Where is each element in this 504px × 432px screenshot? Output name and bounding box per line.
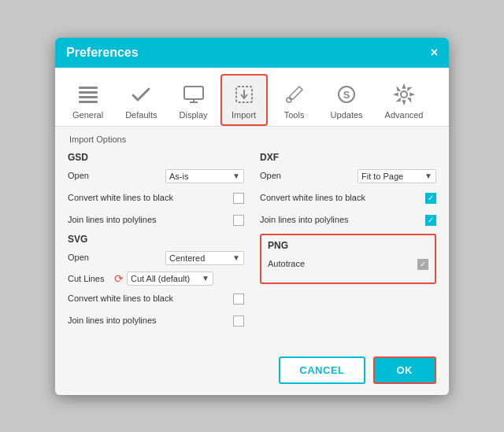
- preferences-dialog: Preferences × General Defaults: [55, 38, 449, 395]
- svg-open-row: Open Centered ▼: [68, 249, 244, 267]
- gsd-header: GSD: [68, 152, 244, 163]
- svg-join-checkbox[interactable]: [233, 316, 244, 327]
- svg-join-label: Join lines into polylines: [68, 315, 233, 326]
- dxf-join-label: Join lines into polylines: [260, 214, 425, 225]
- tab-tools[interactable]: Tools: [271, 74, 318, 126]
- gsd-join-label: Join lines into polylines: [68, 214, 233, 225]
- gsd-convert-checkbox[interactable]: [233, 193, 244, 204]
- png-autotrace-row: Autotrace: [268, 256, 428, 273]
- dxf-convert-checkbox[interactable]: [425, 193, 436, 204]
- svg-rect-0: [79, 87, 98, 89]
- svg-cut-lines-dropdown[interactable]: Cut All (default) ▼: [127, 271, 213, 286]
- dialog-title: Preferences: [66, 46, 139, 60]
- svg-section: SVG Open Centered ▼ Cut Lines ⟳: [68, 234, 244, 330]
- tab-tools-label: Tools: [284, 110, 305, 120]
- dxf-convert-row: Convert white lines to black: [260, 190, 436, 207]
- tab-defaults[interactable]: Defaults: [116, 74, 166, 126]
- png-header: PNG: [268, 240, 428, 251]
- gsd-open-label: Open: [68, 170, 165, 181]
- chevron-down-icon: ▼: [424, 172, 432, 180]
- options-columns: GSD Open As-is ▼ Convert white lines to …: [68, 152, 436, 334]
- svg-rect-2: [79, 96, 98, 98]
- gsd-convert-row: Convert white lines to black: [68, 190, 244, 207]
- right-column: DXF Open Fit to Page ▼ Convert white lin…: [260, 152, 436, 334]
- tab-display-label: Display: [180, 110, 208, 120]
- import-icon: [230, 80, 258, 109]
- dxf-join-checkbox[interactable]: [425, 215, 436, 226]
- gsd-open-control: As-is ▼: [165, 169, 244, 183]
- tab-updates[interactable]: S Updates: [321, 74, 372, 126]
- title-bar: Preferences ×: [55, 38, 449, 68]
- svg-point-9: [287, 98, 291, 102]
- dxf-open-dropdown[interactable]: Fit to Page ▼: [358, 169, 436, 183]
- close-button[interactable]: ×: [431, 46, 438, 59]
- svg-convert-label: Convert white lines to black: [68, 293, 233, 304]
- chevron-down-icon: ▼: [202, 274, 209, 282]
- dxf-open-row: Open Fit to Page ▼: [260, 168, 436, 185]
- tab-advanced[interactable]: Advanced: [376, 74, 433, 126]
- png-autotrace-label: Autotrace: [268, 258, 417, 269]
- svg-rect-1: [79, 91, 98, 94]
- svg-convert-checkbox[interactable]: [233, 294, 244, 305]
- monitor-icon: [180, 80, 208, 109]
- svg-convert-row: Convert white lines to black: [68, 290, 244, 308]
- gsd-join-row: Join lines into polylines: [68, 212, 244, 229]
- gsd-open-value: As-is: [169, 172, 229, 181]
- svg-rect-3: [79, 101, 98, 103]
- chevron-down-icon: ▼: [232, 253, 240, 262]
- svg-cut-lines-row: Cut Lines ⟳ Cut All (default) ▼: [68, 271, 244, 286]
- gear-icon: [390, 80, 418, 109]
- cancel-button[interactable]: CANCEL: [279, 356, 365, 384]
- toolbar: General Defaults Display: [55, 68, 449, 127]
- chevron-down-icon: ▼: [232, 172, 240, 180]
- svg-rect-4: [184, 87, 203, 99]
- svg-cut-lines-label: Cut Lines: [68, 274, 111, 283]
- section-title: Import Options: [68, 135, 436, 144]
- tab-updates-label: Updates: [331, 110, 363, 120]
- dxf-open-value: Fit to Page: [361, 172, 421, 181]
- gsd-open-row: Open As-is ▼: [68, 168, 244, 185]
- svg-point-12: [401, 91, 407, 98]
- svg-open-control: Centered ▼: [165, 251, 244, 265]
- content-area: Import Options GSD Open As-is ▼ Convert: [55, 127, 449, 347]
- tab-advanced-label: Advanced: [385, 110, 424, 120]
- svg-open-label: Open: [68, 252, 165, 263]
- png-autotrace-checkbox[interactable]: [417, 259, 428, 270]
- ok-button[interactable]: OK: [373, 356, 437, 384]
- png-section: PNG Autotrace: [260, 234, 436, 284]
- cut-lines-icon: ⟳: [114, 272, 124, 285]
- tab-import-label: Import: [232, 110, 256, 120]
- tab-display[interactable]: Display: [170, 74, 217, 126]
- dxf-convert-label: Convert white lines to black: [260, 192, 425, 203]
- gsd-convert-label: Convert white lines to black: [68, 192, 233, 203]
- dxf-join-row: Join lines into polylines: [260, 212, 436, 229]
- svg-open-value: Centered: [169, 253, 229, 263]
- tab-general-label: General: [72, 110, 103, 120]
- svg-header: SVG: [68, 234, 244, 245]
- check-icon: [127, 80, 155, 109]
- gsd-open-dropdown[interactable]: As-is ▼: [165, 169, 244, 183]
- dxf-header: DXF: [260, 152, 436, 163]
- svg-cut-lines-value: Cut All (default): [131, 274, 198, 283]
- svg-open-dropdown[interactable]: Centered ▼: [165, 251, 244, 265]
- dxf-open-label: Open: [260, 170, 358, 181]
- dialog-footer: CANCEL OK: [55, 347, 449, 395]
- left-column: GSD Open As-is ▼ Convert white lines to …: [68, 152, 244, 334]
- tools-icon: [280, 80, 309, 109]
- gsd-join-checkbox[interactable]: [233, 215, 244, 226]
- svg-text:S: S: [343, 89, 350, 101]
- list-icon: [74, 80, 102, 109]
- svg-join-row: Join lines into polylines: [68, 312, 244, 330]
- dxf-open-control: Fit to Page ▼: [358, 169, 436, 183]
- tab-defaults-label: Defaults: [125, 110, 157, 120]
- updates-icon: S: [332, 80, 361, 109]
- tab-import[interactable]: Import: [220, 74, 268, 126]
- tab-general[interactable]: General: [63, 74, 113, 126]
